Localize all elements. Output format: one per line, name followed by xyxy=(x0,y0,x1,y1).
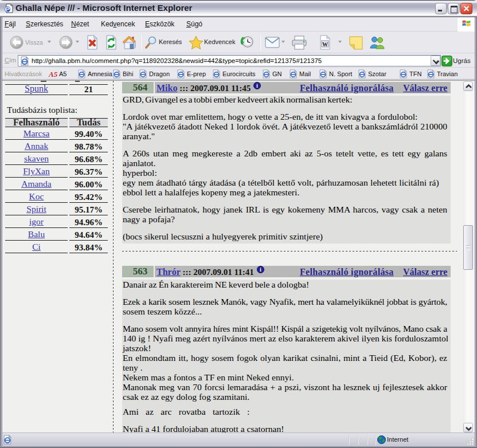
svg-text:i: i xyxy=(260,266,261,273)
svg-text:W: W xyxy=(322,41,328,48)
svg-text:i: i xyxy=(256,82,258,89)
